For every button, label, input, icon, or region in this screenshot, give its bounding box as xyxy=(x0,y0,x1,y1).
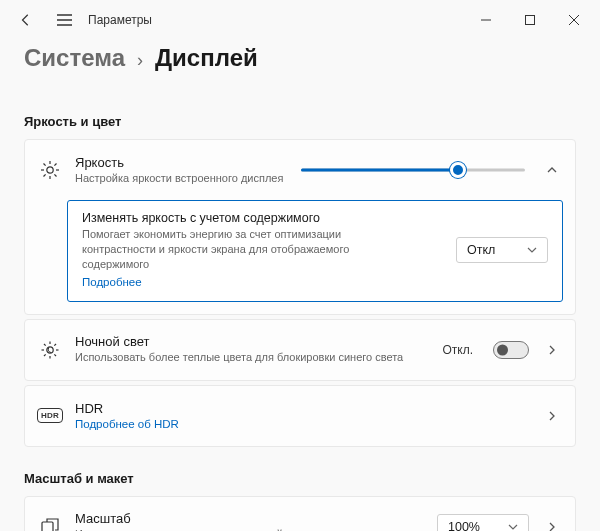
hdr-icon: HDR xyxy=(39,408,61,423)
chevron-down-icon xyxy=(508,522,518,531)
content-adaptive-card: Изменять яркость с учетом содержимого По… xyxy=(67,200,563,302)
night-light-card[interactable]: Ночной свет Использовать более теплые цв… xyxy=(24,319,576,381)
svg-rect-19 xyxy=(42,522,53,531)
section-scale-layout: Масштаб и макет xyxy=(24,471,576,486)
night-light-title: Ночной свет xyxy=(75,334,428,349)
svg-line-6 xyxy=(44,164,46,166)
brightness-card: Яркость Настройка яркости встроенного ди… xyxy=(24,139,576,315)
night-light-subtitle: Использовать более теплые цвета для блок… xyxy=(75,350,415,364)
svg-point-1 xyxy=(47,167,53,173)
svg-line-8 xyxy=(44,174,46,176)
brightness-expand-button[interactable] xyxy=(543,164,561,176)
scale-dropdown[interactable]: 100% xyxy=(437,514,529,531)
chevron-down-icon xyxy=(527,245,537,255)
scale-dropdown-value: 100% xyxy=(448,520,480,531)
night-light-chevron[interactable] xyxy=(543,344,561,356)
svg-line-17 xyxy=(44,354,46,356)
hdr-chevron[interactable] xyxy=(543,410,561,422)
svg-line-16 xyxy=(54,354,56,356)
section-brightness-color: Яркость и цвет xyxy=(24,114,576,129)
hdr-card[interactable]: HDR HDR Подробнее об HDR xyxy=(24,385,576,447)
chevron-right-icon xyxy=(546,410,558,422)
chevron-up-icon xyxy=(546,164,558,176)
close-icon xyxy=(569,15,579,25)
breadcrumb: Система › Дисплей xyxy=(0,40,600,90)
hamburger-icon xyxy=(57,14,72,26)
brightness-title: Яркость xyxy=(75,155,283,170)
titlebar: Параметры xyxy=(0,0,600,40)
night-light-toggle[interactable] xyxy=(493,341,529,359)
scale-title: Масштаб xyxy=(75,511,423,526)
minimize-icon xyxy=(481,15,491,25)
hdr-title: HDR xyxy=(75,401,529,416)
scale-icon xyxy=(39,518,61,531)
svg-line-7 xyxy=(54,174,56,176)
scale-card[interactable]: Масштаб Изменение размера текста, прилож… xyxy=(24,496,576,531)
brightness-row[interactable]: Яркость Настройка яркости встроенного ди… xyxy=(25,140,575,200)
svg-line-18 xyxy=(54,344,56,346)
content-adaptive-description: Помогает экономить энергию за счет оптим… xyxy=(82,227,412,272)
hdr-more-link[interactable]: Подробнее об HDR xyxy=(75,418,179,430)
svg-line-15 xyxy=(44,344,46,346)
content-adaptive-title: Изменять яркость с учетом содержимого xyxy=(82,211,442,225)
close-button[interactable] xyxy=(552,4,596,36)
scale-subtitle: Изменение размера текста, приложений и д… xyxy=(75,527,415,531)
minimize-button[interactable] xyxy=(464,4,508,36)
brightness-icon xyxy=(39,160,61,180)
svg-rect-0 xyxy=(526,16,535,25)
content-adaptive-dropdown[interactable]: Откл xyxy=(456,237,548,263)
breadcrumb-parent[interactable]: Система xyxy=(24,44,125,72)
brightness-slider[interactable] xyxy=(301,161,525,179)
scale-chevron[interactable] xyxy=(543,521,561,531)
chevron-right-icon xyxy=(546,344,558,356)
brightness-subtitle: Настройка яркости встроенного дисплея xyxy=(75,171,283,185)
svg-line-9 xyxy=(54,164,56,166)
night-light-icon xyxy=(39,340,61,360)
content-adaptive-dropdown-value: Откл xyxy=(467,243,495,257)
breadcrumb-separator: › xyxy=(137,50,143,71)
breadcrumb-current: Дисплей xyxy=(155,44,258,72)
maximize-icon xyxy=(525,15,535,25)
window-title: Параметры xyxy=(88,13,152,27)
arrow-left-icon xyxy=(19,13,33,27)
menu-button[interactable] xyxy=(54,10,74,30)
back-button[interactable] xyxy=(16,10,36,30)
maximize-button[interactable] xyxy=(508,4,552,36)
content-adaptive-more-link[interactable]: Подробнее xyxy=(82,276,142,288)
chevron-right-icon xyxy=(546,521,558,531)
night-light-state-label: Откл. xyxy=(442,343,473,357)
